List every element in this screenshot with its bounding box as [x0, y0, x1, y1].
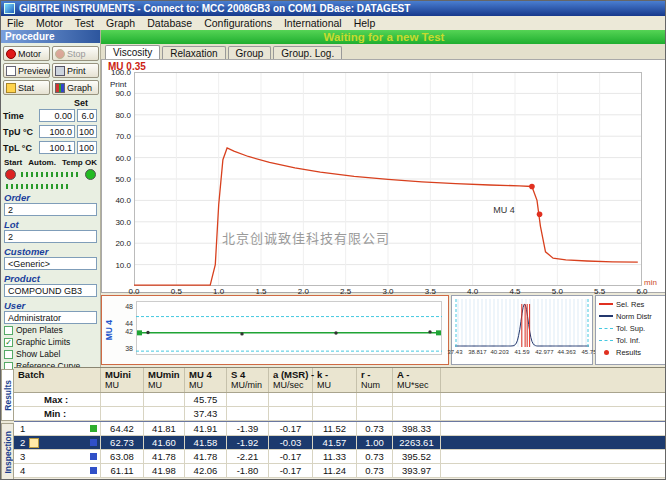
- table-row-batch-1[interactable]: 164.4241.8141.91-1.39-0.1711.520.73398.3…: [14, 421, 666, 436]
- batch-cell: 1: [14, 422, 101, 435]
- stat-icon: [6, 83, 16, 93]
- field-user: UserAdministrator: [1, 300, 100, 324]
- legend-swatch: [604, 350, 609, 355]
- legend-label: Sel. Res: [616, 300, 644, 309]
- cell-filler: [441, 422, 666, 435]
- tab-viscosity[interactable]: Viscosity: [105, 45, 160, 59]
- menu-graph[interactable]: Graph: [100, 17, 141, 29]
- param-value-tpu-c[interactable]: 100.0: [39, 125, 75, 138]
- checkbox-show-label[interactable]: Show Label: [1, 348, 100, 360]
- watermark-text: 北京创诚致佳科技有限公司: [222, 228, 390, 247]
- distribution-x-tick: 42.977: [532, 349, 556, 355]
- column-header-mu-4[interactable]: MU 4MU: [185, 368, 227, 392]
- chart-print-label[interactable]: Print: [110, 80, 126, 89]
- legend-swatch: [599, 340, 613, 341]
- legend-item-norm-distr: Norm Distr: [596, 310, 666, 322]
- table-row-batch-4[interactable]: 461.1141.9842.06-1.80-0.1711.240.73393.9…: [14, 464, 666, 478]
- column-header-a[interactable]: A -MU*sec: [393, 368, 441, 392]
- trend-axis-label: MU 4: [103, 310, 115, 350]
- product-input[interactable]: COMPOUND GB3: [4, 284, 97, 297]
- menu-international[interactable]: International: [278, 17, 348, 29]
- legend-label: Tol. Sup.: [616, 324, 645, 333]
- procedure-panel: Procedure MotorStopPreviewPrintStatGraph…: [1, 30, 101, 369]
- order-input[interactable]: 2: [4, 203, 97, 216]
- checkbox-box[interactable]: ✓: [4, 338, 13, 347]
- parameter-grid: Time0.006.0TpU °C100.0100TpL °C100.1100: [1, 108, 100, 156]
- print-button[interactable]: Print: [52, 63, 99, 78]
- user-input[interactable]: Administrator: [4, 311, 97, 324]
- tab-group[interactable]: Group: [228, 46, 272, 59]
- param-set-tpu-c[interactable]: 100: [77, 125, 97, 138]
- viscosity-chart-panel: MU 0.35 Print 10.020.030.040.050.060.070…: [101, 59, 666, 293]
- stat-button[interactable]: Stat: [3, 80, 50, 95]
- stop-button[interactable]: Stop: [52, 46, 99, 61]
- preview-button[interactable]: Preview: [3, 63, 50, 78]
- checkbox-box[interactable]: [4, 350, 13, 359]
- column-header-s-4[interactable]: S 4MU/min: [227, 368, 269, 392]
- column-header-k[interactable]: k -MU: [313, 368, 357, 392]
- lot-input[interactable]: 2: [4, 230, 97, 243]
- limit-row-max: Max :45.75: [14, 393, 666, 407]
- cell-a: 395.52: [393, 450, 441, 463]
- limit-cell: [227, 407, 269, 420]
- menu-help[interactable]: Help: [348, 17, 382, 29]
- cell-s-4: -1.92: [227, 436, 269, 449]
- param-value-time[interactable]: 0.00: [39, 109, 75, 122]
- table-body: Max :45.75Min :37.43164.4241.8141.91-1.3…: [14, 393, 666, 478]
- limit-cell: [269, 393, 313, 406]
- cell-mu-4: 42.06: [185, 464, 227, 477]
- param-set-time[interactable]: 6.0: [77, 109, 97, 122]
- tab-group-log[interactable]: Group. Log.: [273, 46, 342, 59]
- table-row-batch-3[interactable]: 363.0841.7841.78-2.21-0.1711.330.73395.5…: [14, 450, 666, 464]
- tab-relaxation[interactable]: Relaxation: [162, 46, 225, 59]
- menu-file[interactable]: File: [1, 17, 30, 29]
- cell-k: 11.52: [313, 422, 357, 435]
- limit-row-min: Min :37.43: [14, 407, 666, 421]
- column-header-muini[interactable]: MUiniMU: [101, 368, 144, 392]
- y-axis-tick: 70.0: [104, 132, 131, 141]
- checkbox-open-plates[interactable]: Open Plates: [1, 324, 100, 336]
- mu4-annotation: MU 4: [493, 205, 515, 215]
- param-set-tpl-c[interactable]: 100: [77, 141, 97, 154]
- trend-y-tick: 44: [118, 320, 133, 327]
- side-tab-inspection[interactable]: Inspection: [1, 423, 14, 480]
- note-icon: [29, 438, 39, 448]
- column-unit: [18, 380, 100, 391]
- window-title: GIBITRE INSTRUMENTS - Connect to: MCC 20…: [19, 3, 410, 14]
- column-header-mumin[interactable]: MUminMU: [144, 368, 185, 392]
- menu-test[interactable]: Test: [69, 17, 100, 29]
- tab-strip: ViscosityRelaxationGroupGroup. Log.: [101, 44, 666, 59]
- checkbox-graphic-limits[interactable]: ✓Graphic Limits: [1, 336, 100, 348]
- column-title: S 4: [231, 369, 268, 380]
- cell-s-4: -1.80: [227, 464, 269, 477]
- cell-muini: 64.42: [101, 422, 144, 435]
- param-label-tpu-c: TpU °C: [3, 125, 37, 139]
- cell-k: 41.57: [313, 436, 357, 449]
- trend-plot: [136, 301, 442, 355]
- column-title: k -: [317, 369, 356, 380]
- motor-button[interactable]: Motor: [3, 46, 50, 61]
- column-header-r[interactable]: r -Num: [357, 368, 393, 392]
- graph-button[interactable]: Graph: [52, 80, 99, 95]
- menu-motor[interactable]: Motor: [30, 17, 69, 29]
- legend-label: Results: [616, 348, 641, 357]
- side-tab-results[interactable]: Results: [1, 369, 14, 421]
- legend-item-results: Results: [596, 346, 666, 358]
- customer-input[interactable]: <Generic>: [4, 257, 97, 270]
- column-header-a-msr[interactable]: a (MSR) -MU/sec: [269, 368, 313, 392]
- table-row-batch-2[interactable]: 262.7341.6041.58-1.92-0.0341.571.002263.…: [14, 436, 666, 450]
- column-unit: MU*sec: [397, 380, 440, 391]
- batch-marker: [90, 425, 97, 432]
- procedure-fields: Order2Lot2Customer<Generic>ProductCOMPOU…: [1, 192, 100, 324]
- menu-configurations[interactable]: Configurations: [198, 17, 278, 29]
- param-value-tpl-c[interactable]: 100.1: [39, 141, 75, 154]
- column-header-batch[interactable]: Batch: [14, 368, 101, 392]
- cell-a: 398.33: [393, 422, 441, 435]
- column-title: Batch: [18, 369, 100, 380]
- checkbox-box[interactable]: [4, 326, 13, 335]
- batch-number: 1: [20, 423, 25, 434]
- print-button-label: Print: [67, 66, 86, 76]
- menu-database[interactable]: Database: [141, 17, 198, 29]
- field-lot: Lot2: [1, 219, 100, 243]
- mu4-trend-panel: MU 4 48444238: [101, 295, 449, 365]
